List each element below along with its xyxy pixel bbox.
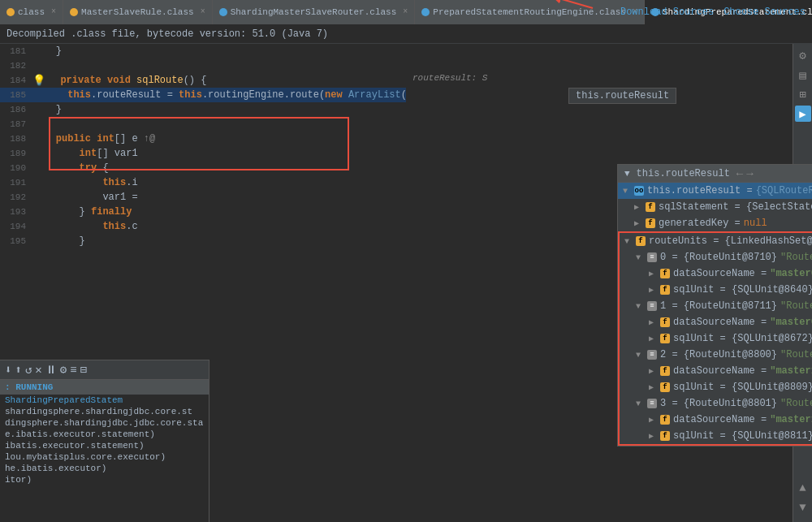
toolbar-icon-down[interactable]: ⬇ (5, 363, 11, 377)
nav-back-btn[interactable]: ← (736, 167, 743, 180)
bottom-log: ShardingPreparedStatem shardingsphere.sh… (0, 395, 209, 522)
grid-icon[interactable]: ⊞ (795, 86, 811, 102)
nav-fwd-btn[interactable]: → (746, 167, 753, 180)
scroll-down-icon[interactable]: ▼ (795, 499, 811, 516)
expand-icon-7: ▼ (636, 302, 644, 311)
debug-row-14[interactable]: ▶ f dataSourceName = "master1slave0" (620, 412, 812, 428)
toolbar-icon-pause[interactable]: ⏸ (45, 364, 57, 377)
code-line-184: 184 💡 private void sqlRoute() { (0, 73, 406, 88)
debug-row-5[interactable]: ▶ f dataSourceName = "master0slave0" (620, 265, 812, 282)
debug-key-3: routeUnits = {LinkedHashSet@8765} size =… (649, 235, 812, 247)
type-icon-11: f (660, 366, 670, 376)
code-area: 181 } 182 184 💡 private void sqlRoute() … (0, 44, 406, 522)
info-bar: Decompiled .class file, bytecode version… (0, 24, 812, 44)
toolbar-icon-collapse[interactable]: ⊟ (80, 363, 87, 377)
debug-val-10: "RouteUnit(dataSourceName=master1slave0,… (780, 349, 812, 360)
debug-val-7: "RouteUnit(dataSourceName=master0slave0,… (780, 300, 812, 312)
type-icon-13: ≡ (647, 399, 657, 408)
var-tooltip-text: this.routeResult (576, 90, 669, 101)
layout-icon[interactable]: ▤ (795, 67, 811, 83)
expand-icon-1: ▶ (634, 202, 642, 212)
expand-icon-2: ▶ (634, 218, 642, 228)
debug-key-0: this.routeResult = (647, 185, 753, 196)
type-icon-3: f (636, 236, 646, 246)
tab-label-class: class (18, 7, 45, 17)
lightbulb-icon: 💡 (32, 74, 45, 87)
info-bar-text: Decompiled .class file, bytecode version… (6, 28, 328, 40)
bottom-panel: ⬇ ⬆ ↺ ✕ ⏸ ⚙ ≡ ⊟ : RUNNING ShardingPrepar… (0, 360, 209, 522)
debug-row-3[interactable]: ▼ f routeUnits = {LinkedHashSet@8765} si… (620, 233, 812, 249)
log-line-6: itor) (0, 474, 209, 485)
status-running-text: : RUNNING (5, 382, 53, 392)
type-icon-4: ≡ (647, 252, 657, 262)
var-tooltip: this.routeResult (568, 88, 676, 104)
bottom-toolbar: ⬇ ⬆ ↺ ✕ ⏸ ⚙ ≡ ⊟ (0, 360, 209, 380)
debug-key-8: dataSourceName = (673, 317, 767, 328)
tab-close-shardingMasterSlaveRouter[interactable]: × (403, 7, 408, 16)
debug-row-8[interactable]: ▶ f dataSourceName = "master0slave0" (620, 314, 812, 330)
toolbar-icon-up[interactable]: ⬆ (15, 363, 21, 377)
debug-key-12: sqlUnit = {SQLUnit@8809} (673, 382, 812, 393)
toolbar-icon-settings[interactable]: ⚙ (60, 363, 67, 377)
scroll-up-icon[interactable]: ▲ (795, 480, 811, 496)
type-icon-2: f (646, 218, 655, 228)
type-icon-9: f (660, 334, 670, 343)
debug-key-10: 2 = {RouteUnit@8800} (660, 349, 777, 360)
expand-icon-8: ▶ (649, 317, 657, 327)
toolbar-icon-reload[interactable]: ↺ (25, 363, 32, 377)
debug-val-0: {SQLRouteResult@8592} (756, 185, 812, 196)
code-line-193: 193 } finally (0, 205, 406, 219)
debug-val-5: "master0slave0" (770, 268, 812, 279)
debug-row-4[interactable]: ▼ ≡ 0 = {RouteUnit@8710} "RouteUnit(data… (620, 249, 812, 265)
debug-row-1[interactable]: ▶ f sqlStatement = {SelectStatement@8644… (618, 199, 812, 215)
route-units-section: ▼ f routeUnits = {LinkedHashSet@8765} si… (618, 231, 812, 446)
type-icon-6: f (660, 285, 670, 295)
code-line-191: 191 this.i (0, 175, 406, 190)
code-line-181: 181 } (0, 44, 406, 58)
tab-masterslaveRule[interactable]: MasterSlaveRule.class × (63, 0, 213, 24)
debug-key-7: 1 = {RouteUnit@8711} (660, 300, 777, 312)
expand-icon-9: ▶ (649, 334, 657, 343)
run-icon[interactable]: ▶ (795, 106, 811, 122)
debug-key-11: dataSourceName = (673, 365, 767, 377)
tab-class[interactable]: class × (0, 0, 63, 24)
debug-val-8: "master0slave0" (770, 317, 812, 328)
popup-header: ▼ this.routeResult ← → (618, 165, 812, 183)
debug-row-13[interactable]: ▼ ≡ 3 = {RouteUnit@8801} "RouteUnit(data… (620, 395, 812, 412)
debug-row-11[interactable]: ▶ f dataSourceName = "master1slave0" (620, 363, 812, 379)
debug-key-14: dataSourceName = (673, 414, 767, 425)
debug-val-14: "master1slave0" (770, 414, 812, 425)
tab-close-masterslaveRule[interactable]: × (201, 7, 205, 16)
debug-key-1: sqlStatement = {SelectStatement@8644} (659, 201, 812, 213)
debug-row-15[interactable]: ▶ f sqlUnit = {SQLUnit@8811} "SQLUnit(sq… (620, 428, 812, 444)
download-sources-link[interactable]: Download Sources (620, 6, 714, 18)
debug-val-2: null (744, 218, 767, 229)
debug-val-4: "RouteUnit(dataSourceName=master0slave0,… (780, 252, 812, 263)
gear-icon[interactable]: ⚙ (795, 47, 811, 63)
debug-row-10[interactable]: ▼ ≡ 2 = {RouteUnit@8800} "RouteUnit(data… (620, 347, 812, 363)
debug-key-15: sqlUnit = {SQLUnit@8811} (673, 430, 812, 442)
debug-row-2[interactable]: ▶ f generatedKey = null (618, 215, 812, 231)
code-line-185: 185 this.routeResult = this.routingEngin… (0, 88, 406, 102)
type-icon-1: f (646, 202, 655, 212)
tab-close-class[interactable]: × (51, 7, 56, 16)
debug-row-0[interactable]: ▼ oo this.routeResult = {SQLRouteResult@… (618, 183, 812, 199)
code-line-194: 194 this.c (0, 219, 406, 234)
choose-sources-link[interactable]: Choose Sources (723, 6, 806, 18)
main-content: 181 } 182 184 💡 private void sqlRoute() … (0, 44, 812, 522)
code-line-195: 195 } (0, 234, 406, 248)
debug-row-6[interactable]: ▶ f sqlUnit = {SQLUnit@8640} "SQLUnit(sq… (620, 282, 812, 298)
log-line-tab: ShardingPreparedStatem (0, 395, 209, 406)
type-icon-12: f (660, 382, 670, 392)
debug-key-4: 0 = {RouteUnit@8710} (660, 252, 777, 263)
tab-label-masterslaveRule: MasterSlaveRule.class (81, 7, 194, 17)
tab-icon-preparedStatementRoutingEngine (421, 8, 430, 16)
code-line-187: 187 (0, 117, 406, 132)
debug-row-12[interactable]: ▶ f sqlUnit = {SQLUnit@8809} "SQLUnit(sq… (620, 379, 812, 395)
toolbar-icon-stop[interactable]: ✕ (35, 363, 41, 377)
debug-row-7[interactable]: ▼ ≡ 1 = {RouteUnit@8711} "RouteUnit(data… (620, 298, 812, 314)
toolbar-icon-filter[interactable]: ≡ (70, 364, 76, 377)
debug-row-9[interactable]: ▶ f sqlUnit = {SQLUnit@8672} "SQLUnit(sq… (620, 330, 812, 347)
tab-preparedStatementRoutingEngine[interactable]: PreparedStatementRoutingEngine.class × (415, 0, 645, 24)
tab-shardingMasterSlaveRouter[interactable]: ShardingMasterSlaveRouter.class × (213, 0, 416, 24)
